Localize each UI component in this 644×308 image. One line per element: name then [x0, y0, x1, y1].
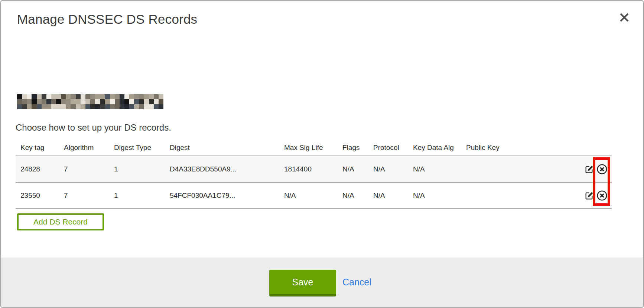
close-icon [619, 12, 630, 23]
cell-digest-type: 1 [109, 165, 165, 173]
row-actions [550, 164, 612, 175]
cell-algorithm: 7 [59, 191, 109, 200]
ds-records-table: Key tag Algorithm Digest Type Digest Max… [16, 140, 612, 209]
cell-digest: 54FCF030AA1C79... [165, 191, 279, 200]
column-header-digest: Digest [165, 144, 279, 152]
edit-record-icon[interactable] [585, 191, 594, 200]
cell-key-data-alg: N/A [408, 165, 461, 173]
table-row: 23550 7 1 54FCF030AA1C79... N/A N/A N/A … [16, 182, 612, 209]
manage-dnssec-ds-records-dialog: Manage DNSSEC DS Records Choose how to s… [0, 0, 644, 308]
column-header-protocol: Protocol [368, 144, 408, 152]
cell-key-tag: 23550 [16, 191, 59, 200]
cell-max-sig-life: N/A [279, 191, 338, 200]
column-header-public-key: Public Key [461, 144, 550, 152]
cell-algorithm: 7 [59, 165, 109, 173]
cell-protocol: N/A [368, 165, 408, 173]
cell-protocol: N/A [368, 191, 408, 200]
cell-flags: N/A [338, 191, 368, 200]
add-ds-record-button[interactable]: Add DS Record [17, 213, 104, 230]
edit-record-icon[interactable] [585, 165, 594, 174]
column-header-digest-type: Digest Type [109, 144, 165, 152]
remove-record-icon[interactable] [596, 164, 608, 175]
close-button[interactable] [618, 11, 631, 24]
dialog-title: Manage DNSSEC DS Records [17, 12, 197, 27]
cell-digest: D4A33E8DD550A9... [165, 165, 279, 173]
column-header-max-sig-life: Max Sig Life [279, 144, 338, 152]
row-actions [550, 190, 612, 201]
remove-record-icon[interactable] [596, 190, 608, 201]
column-header-algorithm: Algorithm [59, 144, 109, 152]
column-header-key-tag: Key tag [16, 144, 59, 152]
cancel-link[interactable]: Cancel [342, 270, 371, 294]
table-header-row: Key tag Algorithm Digest Type Digest Max… [16, 140, 612, 155]
instruction-text: Choose how to set up your DS records. [16, 122, 171, 133]
save-button[interactable]: Save [269, 270, 336, 296]
redacted-domain-name [17, 94, 163, 109]
table-row: 24828 7 1 D4A33E8DD550A9... 1814400 N/A … [16, 155, 612, 182]
dialog-footer: Save Cancel [1, 258, 643, 307]
cell-flags: N/A [338, 165, 368, 173]
column-header-flags: Flags [338, 144, 368, 152]
cell-key-data-alg: N/A [408, 191, 461, 200]
cell-max-sig-life: 1814400 [279, 165, 338, 173]
column-header-key-data-alg: Key Data Alg [408, 144, 461, 152]
cell-digest-type: 1 [109, 191, 165, 200]
cell-key-tag: 24828 [16, 165, 59, 173]
